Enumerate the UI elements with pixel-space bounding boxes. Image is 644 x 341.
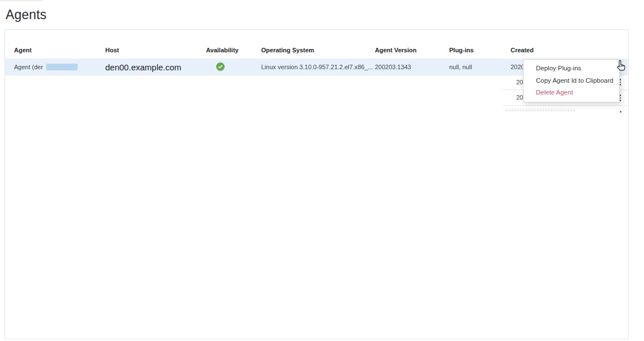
hand-cursor-icon: [615, 59, 627, 72]
host-cell: den00.example.com: [105, 62, 181, 71]
check-circle-icon: [216, 62, 225, 71]
redacted-row-remnant: [506, 109, 575, 111]
kebab-menu-icon-partial: [620, 111, 621, 113]
page-title: Agents: [6, 7, 47, 23]
menu-item-copy-agent-id[interactable]: Copy Agent Id to Clipboard: [524, 78, 619, 84]
menu-item-deploy-plugins[interactable]: Deploy Plug-ins: [524, 65, 619, 72]
screenshot-edge-artifact: [0, 0, 42, 1]
column-header-host: Host: [105, 47, 119, 53]
agent-name: Agent (der: [14, 64, 43, 70]
column-header-operating-system: Operating System: [261, 47, 314, 53]
operating-system-cell: Linux version 3.10.0-957.21.2.el7.x86_..…: [261, 64, 373, 70]
created-cell-fragment: 20: [516, 79, 523, 86]
column-header-agent-version: Agent Version: [375, 47, 417, 53]
column-header-agent: Agent: [14, 47, 32, 53]
row-divider: [503, 105, 628, 106]
created-cell-fragment: 20: [516, 94, 523, 101]
agent-cell: Agent (der: [14, 64, 78, 70]
column-header-availability: Availability: [206, 47, 239, 53]
column-header-created: Created: [511, 47, 534, 53]
row-actions-context-menu: Deploy Plug-ins Copy Agent Id to Clipboa…: [523, 59, 620, 102]
redacted-area: [110, 158, 187, 170]
redacted-agent-id: [46, 64, 78, 70]
plug-ins-cell: null, null: [449, 64, 472, 70]
agents-table: Agent Host Availability Operating System…: [5, 29, 629, 339]
created-cell: 2020: [511, 64, 524, 70]
column-header-plug-ins: Plug-ins: [449, 47, 473, 53]
agent-version-cell: 200203.1343: [375, 64, 411, 70]
menu-item-delete-agent[interactable]: Delete Agent: [524, 89, 619, 96]
